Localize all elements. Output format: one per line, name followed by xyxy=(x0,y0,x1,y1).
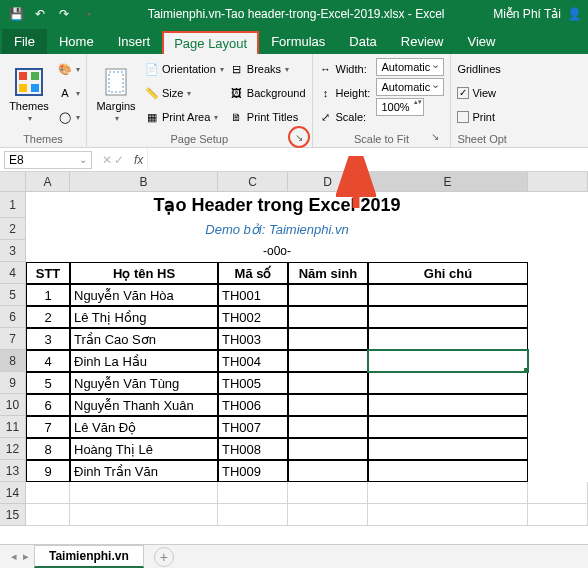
col-header[interactable]: E xyxy=(368,172,528,192)
cell-note[interactable] xyxy=(368,306,528,328)
row-header[interactable]: 13 xyxy=(0,460,26,482)
size-button[interactable]: 📏Size▾ xyxy=(145,82,224,104)
tab-formulas[interactable]: Formulas xyxy=(259,29,337,54)
cell[interactable] xyxy=(218,504,288,526)
tab-view[interactable]: View xyxy=(455,29,507,54)
page-setup-launcher-icon[interactable]: ↘ xyxy=(288,126,310,148)
col-header[interactable]: D xyxy=(288,172,368,192)
col-header[interactable]: C xyxy=(218,172,288,192)
cell-name[interactable]: Nguyễn Văn Tùng xyxy=(70,372,218,394)
sheet-tab-active[interactable]: Taimienphi.vn xyxy=(34,545,144,568)
row-header[interactable]: 6 xyxy=(0,306,26,328)
formula-input[interactable] xyxy=(147,148,588,171)
undo-icon[interactable]: ↶ xyxy=(30,4,50,24)
cell[interactable] xyxy=(26,482,70,504)
cell-code[interactable]: TH006 xyxy=(218,394,288,416)
cell-note[interactable] xyxy=(368,438,528,460)
row-header[interactable]: 8 xyxy=(0,350,26,372)
cell-name[interactable]: Hoàng Thị Lê xyxy=(70,438,218,460)
cell[interactable] xyxy=(528,482,588,504)
cell[interactable] xyxy=(26,504,70,526)
row-header[interactable]: 15 xyxy=(0,504,26,526)
title-cell[interactable]: Tạo Header trong Excel 2019 xyxy=(26,192,528,218)
cell-note[interactable] xyxy=(368,372,528,394)
cell-note[interactable] xyxy=(368,416,528,438)
row-header[interactable]: 12 xyxy=(0,438,26,460)
background-button[interactable]: 🖼Background xyxy=(230,82,306,104)
select-all-corner[interactable] xyxy=(0,172,26,192)
header-cell[interactable]: Ghi chú xyxy=(368,262,528,284)
redo-icon[interactable]: ↷ xyxy=(54,4,74,24)
cell-year[interactable] xyxy=(288,460,368,482)
cell-code[interactable]: TH008 xyxy=(218,438,288,460)
cell-name[interactable]: Đinh La Hầu xyxy=(70,350,218,372)
cell-code[interactable]: TH007 xyxy=(218,416,288,438)
new-sheet-button[interactable]: + xyxy=(154,547,174,567)
next-sheet-icon[interactable]: ▸ xyxy=(20,548,32,565)
fx-icon[interactable]: fx xyxy=(130,153,147,167)
orientation-button[interactable]: 📄Orientation▾ xyxy=(145,58,224,80)
cell-stt[interactable]: 3 xyxy=(26,328,70,350)
header-cell[interactable]: Năm sinh xyxy=(288,262,368,284)
tab-page-layout[interactable]: Page Layout xyxy=(162,31,259,54)
cell-year[interactable] xyxy=(288,372,368,394)
row-header[interactable]: 5 xyxy=(0,284,26,306)
name-box[interactable]: E8 xyxy=(4,151,92,169)
tab-review[interactable]: Review xyxy=(389,29,456,54)
cell[interactable] xyxy=(528,504,588,526)
cell-name[interactable]: Lê Văn Độ xyxy=(70,416,218,438)
account-area[interactable]: Miễn Phí Tải 👤 xyxy=(493,7,582,21)
gridlines-view-checkbox[interactable]: ✓View xyxy=(457,82,500,104)
row-header[interactable]: 10 xyxy=(0,394,26,416)
cell-code[interactable]: TH001 xyxy=(218,284,288,306)
print-titles-button[interactable]: 🗎Print Titles xyxy=(230,106,306,128)
colors-button[interactable]: 🎨▾ xyxy=(58,58,80,80)
cell-stt[interactable]: 6 xyxy=(26,394,70,416)
cell[interactable] xyxy=(368,504,528,526)
cell-code[interactable]: TH005 xyxy=(218,372,288,394)
cell-stt[interactable]: 4 xyxy=(26,350,70,372)
themes-button[interactable]: Themes ▾ xyxy=(6,58,52,131)
cell-note[interactable] xyxy=(368,284,528,306)
cell-year[interactable] xyxy=(288,284,368,306)
cell-name[interactable]: Lê Thị Hồng xyxy=(70,306,218,328)
cell-name[interactable]: Nguyễn Văn Hòa xyxy=(70,284,218,306)
cell-year[interactable] xyxy=(288,416,368,438)
row-header[interactable]: 3 xyxy=(0,240,26,262)
cell[interactable] xyxy=(70,504,218,526)
demo-cell[interactable]: Demo bởi: Taimienphi.vn xyxy=(26,218,528,240)
row-header[interactable]: 11 xyxy=(0,416,26,438)
save-icon[interactable]: 💾 xyxy=(6,4,26,24)
tab-home[interactable]: Home xyxy=(47,29,106,54)
qat-dropdown-icon[interactable]: ▾ xyxy=(79,4,99,24)
cell[interactable] xyxy=(218,482,288,504)
cell-note[interactable] xyxy=(368,328,528,350)
worksheet-grid[interactable]: A B C D E 1Tạo Header trong Excel 20192D… xyxy=(0,172,588,526)
cell[interactable] xyxy=(288,482,368,504)
cell-code[interactable]: TH004 xyxy=(218,350,288,372)
cell-year[interactable] xyxy=(288,438,368,460)
row-header[interactable]: 4 xyxy=(0,262,26,284)
tab-insert[interactable]: Insert xyxy=(106,29,163,54)
cell-stt[interactable]: 2 xyxy=(26,306,70,328)
header-cell[interactable]: Mã số xyxy=(218,262,288,284)
cell-note[interactable] xyxy=(368,394,528,416)
cell-stt[interactable]: 8 xyxy=(26,438,70,460)
scale-spinner[interactable]: 100% xyxy=(376,98,424,116)
cell-year[interactable] xyxy=(288,394,368,416)
col-header[interactable]: B xyxy=(70,172,218,192)
cell[interactable] xyxy=(288,504,368,526)
row-header[interactable]: 7 xyxy=(0,328,26,350)
cell-name[interactable]: Trần Cao Sơn xyxy=(70,328,218,350)
cell-name[interactable]: Đinh Trần Văn xyxy=(70,460,218,482)
cell-code[interactable]: TH003 xyxy=(218,328,288,350)
sheet-nav[interactable]: ◂▸ xyxy=(8,548,32,565)
cell-name[interactable]: Nguyễn Thanh Xuân xyxy=(70,394,218,416)
sep-cell[interactable]: -o0o- xyxy=(26,240,528,262)
row-header[interactable]: 2 xyxy=(0,218,26,240)
tab-data[interactable]: Data xyxy=(337,29,388,54)
width-combo[interactable]: Automatic xyxy=(376,58,444,76)
fonts-button[interactable]: A▾ xyxy=(58,82,80,104)
row-header[interactable]: 9 xyxy=(0,372,26,394)
cell-stt[interactable]: 7 xyxy=(26,416,70,438)
